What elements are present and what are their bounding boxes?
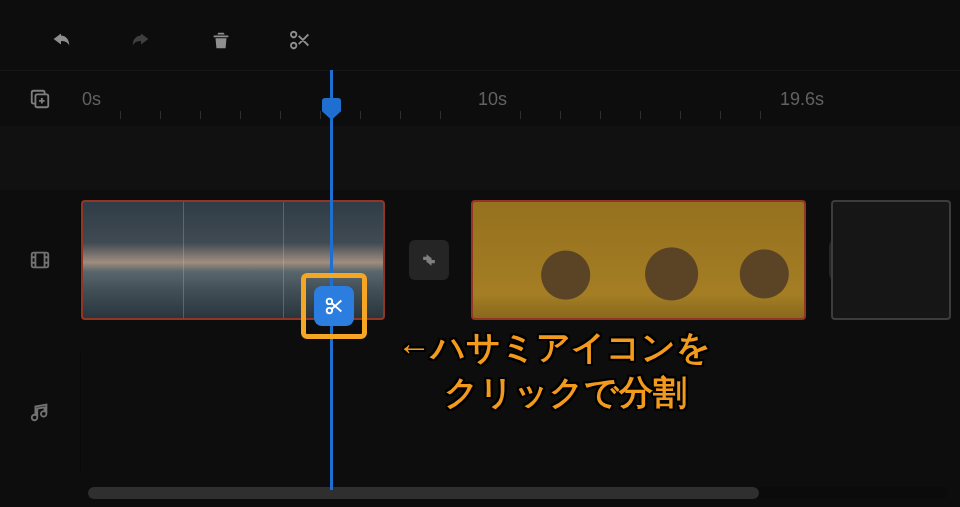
spacer-row xyxy=(0,126,960,190)
ruler-label-0: 0s xyxy=(82,89,101,110)
redo-button[interactable] xyxy=(116,20,166,60)
timeline-toolbar xyxy=(0,20,326,60)
clip-2[interactable] xyxy=(471,200,806,320)
timeline-scrollbar[interactable] xyxy=(88,487,948,499)
undo-button[interactable] xyxy=(36,20,86,60)
audio-track[interactable] xyxy=(81,352,960,472)
video-track-icon xyxy=(0,200,81,320)
music-icon xyxy=(29,401,51,423)
timeline-ruler[interactable]: 0s 10s 19.6s xyxy=(0,70,960,128)
video-track-row xyxy=(0,200,960,320)
svg-rect-2 xyxy=(32,253,49,268)
transition-button-1[interactable] xyxy=(409,240,449,280)
delete-button[interactable] xyxy=(196,20,246,60)
split-button[interactable] xyxy=(276,20,326,60)
video-track[interactable] xyxy=(81,200,960,320)
add-media-button[interactable] xyxy=(0,71,80,127)
ruler-marks[interactable]: 0s 10s 19.6s xyxy=(80,71,960,127)
split-at-playhead-button[interactable] xyxy=(314,286,354,326)
ruler-label-end: 19.6s xyxy=(780,89,824,110)
audio-track-icon xyxy=(0,352,81,472)
ruler-label-10: 10s xyxy=(478,89,507,110)
film-icon xyxy=(29,249,51,271)
audio-track-row xyxy=(0,352,960,472)
scissors-icon xyxy=(323,295,345,317)
clip-3[interactable] xyxy=(831,200,951,320)
timeline-scrollbar-thumb[interactable] xyxy=(88,487,759,499)
